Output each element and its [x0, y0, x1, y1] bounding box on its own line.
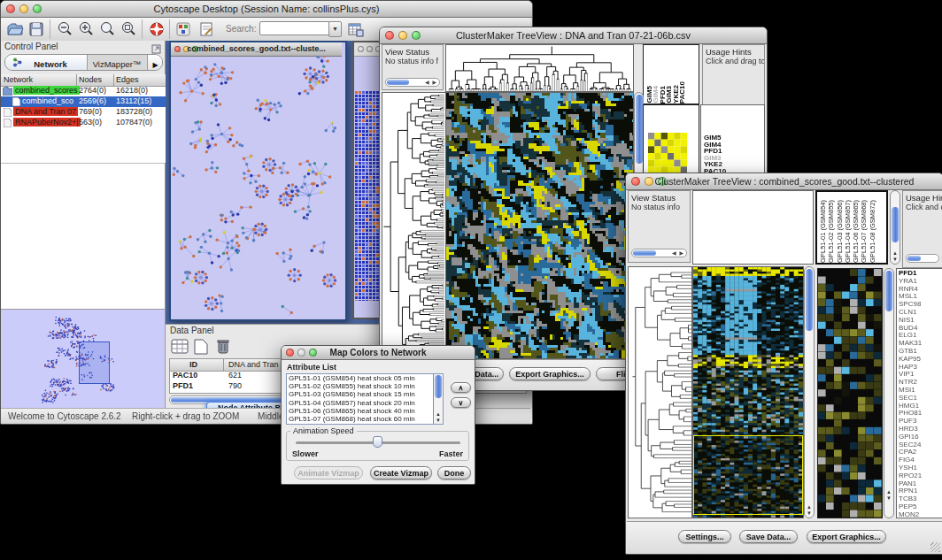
status-hint-zoom: Right-click + drag to ZOOM: [132, 411, 239, 421]
zoom-fit-icon[interactable]: [120, 20, 137, 38]
tab-overflow-button[interactable]: ▶: [147, 55, 163, 70]
treeview1-titlebar[interactable]: ClusterMaker TreeView : DNA and Tran 07-…: [380, 27, 767, 44]
gene-labels-panel: PFD1YRA1RNR4MSL1SPC98CLN1NIS1BUD4ELG1MAK…: [896, 268, 942, 518]
tab-network[interactable]: Network: [5, 55, 88, 70]
view-status-panel: View Status No status info ◀ ▶: [628, 190, 691, 263]
attribute-list-item[interactable]: GPL51-07 (GSM868) heat shock 60 min: [287, 415, 443, 423]
column-labels-scrollbar[interactable]: ▲▼: [890, 190, 900, 265]
heatmap-box: [445, 92, 634, 359]
move-down-button[interactable]: ∨: [451, 397, 471, 408]
save-data-button[interactable]: Save Data...: [739, 530, 798, 543]
zoom-selected-icon[interactable]: [98, 20, 116, 38]
animation-speed-label: Animation Speed: [290, 426, 357, 435]
table-icon[interactable]: [171, 339, 189, 358]
horizontal-scrollbar[interactable]: ◀ ▶: [631, 249, 687, 257]
control-panel: Control Panel Network VizMapper™ ▶: [1, 41, 166, 408]
tab-vizmapper[interactable]: VizMapper™: [87, 55, 147, 70]
resize-grip[interactable]: [930, 542, 940, 552]
dialog-titlebar[interactable]: Map Colors to Network: [282, 346, 475, 360]
heatmap-box: [692, 266, 804, 518]
annotation-icon[interactable]: [197, 20, 215, 38]
export-graphics-button[interactable]: Export Graphics...: [807, 530, 886, 543]
row-dendrogram-box: [628, 266, 692, 518]
search-label: Search:: [226, 24, 256, 34]
treeview2-title: ClusterMaker TreeView : combined_scores_…: [626, 176, 942, 187]
done-button[interactable]: Done: [437, 466, 471, 479]
main-window-title: Cytoscape Desktop (Session Name: collins…: [1, 4, 532, 14]
tab-network-label: Network: [34, 59, 66, 69]
animate-vizmap-button[interactable]: Animate Vizmap: [294, 466, 363, 479]
move-up-button[interactable]: ∧: [451, 382, 471, 393]
zoom-in-icon[interactable]: [77, 20, 95, 38]
save-icon[interactable]: [27, 20, 45, 38]
column-label: GPL51-01 (GSM854): [819, 200, 827, 263]
file-icon: [4, 108, 12, 117]
network-window-title: combined_scores_good.txt--cluste...: [171, 44, 342, 53]
attribute-list-item[interactable]: GPL51-03 (GSM856) heat shock 15 min: [287, 390, 443, 398]
table-row[interactable]: combined_scores 2764(0) 16218(0): [1, 86, 166, 96]
usage-hints-panel: Usage Hints Click and drag to: [902, 190, 942, 268]
folder-icon: [3, 87, 12, 96]
row-dendrogram-box: [382, 92, 445, 359]
network-window-titlebar[interactable]: combined_scores_good.txt--cluste...: [171, 42, 342, 57]
treeview-window-combined: ClusterMaker TreeView : combined_scores_…: [625, 173, 942, 555]
horizontal-scrollbar[interactable]: ◀ ▶: [385, 78, 440, 87]
heatmap-canvas[interactable]: [446, 93, 633, 358]
search-input[interactable]: [259, 21, 330, 35]
row-dendrogram-canvas[interactable]: [382, 93, 444, 358]
gene-label[interactable]: MON2: [899, 511, 942, 518]
attribute-list-item[interactable]: GPL51-04 (GSM857) heat shock 20 min: [287, 399, 443, 407]
horizontal-scrollbar[interactable]: [906, 254, 939, 263]
table-row[interactable]: DNA and Tran 07 769(0) 183728(0): [1, 107, 166, 118]
slower-label: Slower: [292, 449, 319, 458]
birdseye-viewport-rect[interactable]: [79, 341, 110, 384]
create-vizmap-button[interactable]: Create Vizmap: [370, 466, 432, 479]
row-dendrogram-canvas[interactable]: [629, 267, 691, 518]
attribute-list-label: Attribute List: [287, 363, 336, 372]
dialog-title: Map Colors to Network: [282, 348, 475, 357]
help-ring-icon[interactable]: [148, 20, 166, 38]
list-vertical-scrollbar[interactable]: ▲▼: [433, 374, 443, 424]
close-button[interactable]: [358, 46, 364, 52]
treeview2-titlebar[interactable]: ClusterMaker TreeView : combined_scores_…: [626, 173, 942, 190]
main-titlebar[interactable]: Cytoscape Desktop (Session Name: collins…: [1, 1, 532, 18]
column-label: PAC10: [679, 81, 685, 104]
faster-label: Faster: [439, 449, 463, 458]
heatmap-canvas[interactable]: [693, 267, 803, 518]
column-label: GPL51-03 (GSM856): [836, 200, 844, 263]
settings-button[interactable]: Settings...: [678, 530, 731, 543]
table-row[interactable]: RNAPuberNov2+| 563(0) 107847(0): [1, 118, 166, 128]
column-label: GPL51-02 (GSM855): [827, 200, 835, 263]
column-dendrogram-box[interactable]: [692, 190, 814, 265]
network-view-canvas[interactable]: [171, 56, 342, 316]
vizmap-icon[interactable]: [174, 20, 192, 38]
new-document-icon[interactable]: [194, 339, 208, 358]
attribute-listbox[interactable]: GPL51-01 (GSM854) heat shock 05 minGPL51…: [286, 373, 444, 425]
attribute-list-item[interactable]: GPL51-02 (GSM855) heat shock 10 min: [287, 382, 443, 390]
attribute-list-item[interactable]: GPL51-01 (GSM854) heat shock 05 min: [287, 374, 443, 382]
control-panel-tabbar: Network VizMapper™ ▶: [4, 54, 163, 71]
column-dendrogram-canvas[interactable]: [446, 45, 633, 91]
animation-speed-group: Animation Speed Slower Faster: [286, 431, 469, 461]
open-folder-icon[interactable]: [6, 20, 24, 38]
map-colors-dialog: Map Colors to Network Attribute List GPL…: [281, 345, 475, 485]
attribute-list-item[interactable]: GPL51-06 (GSM865) heat shock 40 min: [287, 407, 443, 415]
heatmap-zoom-canvas[interactable]: [818, 269, 882, 518]
vertical-scrollbar[interactable]: ▲▼: [804, 266, 815, 518]
table-row-selected[interactable]: combined_sco 2569(6) 13112(15): [1, 96, 166, 107]
speed-slider-thumb[interactable]: [373, 436, 382, 448]
correlation-matrix-canvas[interactable]: [648, 133, 687, 173]
birdseye-view[interactable]: [1, 309, 165, 408]
column-label: GPL51-07 (GSM868): [860, 200, 868, 263]
minimize-button[interactable]: [367, 46, 373, 52]
network-table-header[interactable]: Network Nodes Edges: [1, 74, 166, 87]
zoom-out-icon[interactable]: [56, 20, 73, 38]
search-dropdown-button[interactable]: ▼: [328, 21, 342, 37]
export-graphics-button[interactable]: Export Graphics...: [509, 367, 591, 380]
network-tree-panel: [1, 163, 165, 309]
control-panel-header: Control Panel: [4, 42, 58, 51]
gene-list-scrollbar[interactable]: ▲▼: [884, 268, 894, 518]
import-table-icon[interactable]: [346, 20, 364, 38]
trash-icon[interactable]: [215, 338, 231, 358]
column-dendrogram-box: [445, 44, 634, 92]
